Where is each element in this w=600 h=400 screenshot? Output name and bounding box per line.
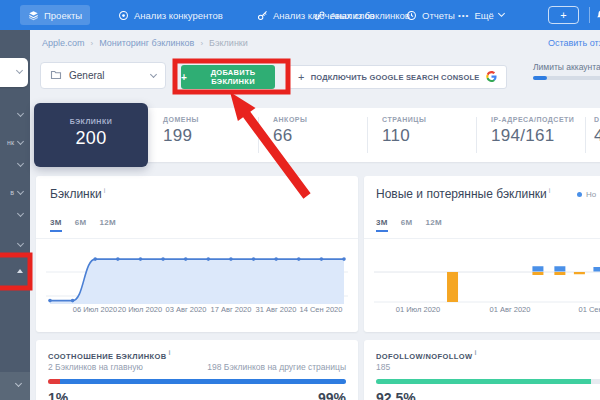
sidebar-item-expanded[interactable] [17, 269, 23, 273]
gsc-label: ПОДКЛЮЧИТЬ GOOGLE SEARCH CONSOLE [311, 73, 480, 82]
nav-item-label: Отчеты [422, 10, 455, 21]
nav-item-projects[interactable]: Проекты [20, 5, 90, 25]
ratio-right-pct: 99% [318, 390, 346, 400]
tab-12m[interactable]: 12M [425, 218, 441, 227]
nav-item-competitors[interactable]: Анализ конкурентов [110, 5, 231, 25]
x-tick: 01 Июл 2020 [396, 305, 440, 314]
account-limits-bar[interactable] [533, 76, 600, 80]
add-backlinks-button[interactable]: + ДОБАВИТЬ БЭКЛИНКИ [181, 65, 275, 89]
divider [476, 117, 477, 153]
tab-3m[interactable]: 3M [50, 218, 62, 227]
x-tick: 20 Июл 2020 [118, 305, 162, 314]
folder-select-value: General [69, 70, 105, 81]
add-backlinks-label: ДОБАВИТЬ БЭКЛИНКИ [191, 68, 275, 86]
divider [589, 7, 590, 23]
x-tick: 03 Авг 2020 [166, 305, 207, 314]
add-project-button[interactable]: + [548, 6, 579, 24]
card-title: Бэклинкиi [50, 187, 105, 201]
stat-card-anchors[interactable]: АНКОРЫ 66 [273, 116, 307, 146]
sidebar-item[interactable]: в [10, 189, 23, 196]
ratio-left-pct: 1% [48, 390, 68, 400]
x-tick: 31 Авг 2020 [256, 305, 297, 314]
more-label: Ещё [474, 10, 493, 21]
chevron-down-icon [17, 160, 24, 167]
sidebar-item[interactable]: нк [7, 139, 23, 146]
stat-card-pages[interactable]: СТРАНИЦЫ 110 [382, 116, 426, 146]
chevron-down-icon [17, 110, 24, 117]
card-title: Новые и потерянные бэклинкиi [376, 187, 550, 201]
dofollow-count: 185 [376, 362, 390, 372]
breadcrumb-section[interactable]: Мониторинг бэклинков [99, 38, 194, 48]
tab-6m[interactable]: 6M [75, 218, 87, 227]
sidebar: нк в [0, 30, 30, 400]
nav-item-reports[interactable]: Отчеты [398, 5, 463, 25]
ratio-left-label: 2 Бэклинков на главную [48, 362, 143, 372]
period-tabs: 3M 6M 12M [50, 218, 116, 227]
chevron-down-icon [17, 240, 24, 247]
folder-select[interactable]: General [40, 62, 166, 89]
divider [364, 238, 600, 239]
chevron-down-icon [15, 380, 22, 387]
legend-dot-new [577, 192, 582, 197]
x-tick: 06 Июл 2020 [73, 305, 117, 314]
stat-card-backlinks[interactable]: БЭКЛИНКИ 200 [34, 103, 148, 167]
reports-icon [406, 10, 417, 21]
stat-card-partial[interactable]: D 4 [594, 116, 600, 146]
sidebar-item[interactable] [14, 244, 23, 246]
divider [258, 117, 259, 153]
chevron-down-icon [17, 210, 24, 217]
breadcrumb-project[interactable]: Apple.com [42, 38, 85, 48]
info-icon[interactable]: i [169, 349, 171, 356]
period-tabs: 3M 6M 12M [376, 218, 442, 227]
dofollow-bar-fill [376, 379, 591, 384]
backlinks-chart-card: Бэклинкиi 3M 6M 12M 06 Июл 2020 20 Июл 2… [36, 176, 358, 332]
info-icon[interactable]: i [474, 349, 476, 356]
sidebar-project-select[interactable] [0, 58, 28, 87]
card-title: СООТНОШЕНИЕ БЭКЛИНКОВi [48, 349, 171, 361]
tab-3m[interactable]: 3M [376, 218, 388, 227]
dofollow-pct: 92.5% [376, 390, 416, 400]
account-limits-fill [533, 76, 547, 80]
breadcrumb-separator: › [91, 39, 94, 48]
info-icon[interactable]: i [104, 187, 106, 194]
top-navbar: Проекты Анализ конкурентов Анализ ключев… [0, 0, 600, 30]
stat-card-ip[interactable]: IP-АДРЕСА/ПОДСЕТИ 194/161 [491, 116, 574, 146]
sidebar-item[interactable] [14, 114, 23, 116]
ratio-bar-homepage [48, 379, 60, 384]
x-tick: 17 Авг 2020 [211, 305, 252, 314]
sidebar-collapse[interactable] [0, 372, 30, 400]
nav-item-label: Анализ конкурентов [134, 10, 223, 21]
more-dots-icon: ••• [458, 11, 469, 20]
x-tick: 14 Сен 2020 [300, 305, 343, 314]
new-lost-chart-card: Новые и потерянные бэклинкиi Но 3M 6M 12… [364, 176, 600, 332]
chevron-down-icon [498, 10, 505, 17]
new-lost-bar-chart[interactable] [372, 246, 600, 308]
divider [367, 117, 368, 153]
info-icon[interactable]: i [549, 187, 551, 194]
sidebar-item[interactable] [14, 164, 23, 166]
chevron-down-icon [17, 187, 24, 194]
sidebar-item[interactable] [14, 214, 23, 216]
nav-item-more[interactable]: ••• Ещё [458, 5, 504, 25]
competitors-icon [118, 10, 129, 21]
nav-item-label: Проекты [44, 10, 82, 21]
keywords-icon [257, 10, 268, 21]
feedback-link[interactable]: Оставить отз [548, 38, 600, 48]
stat-card-domains[interactable]: ДОМЕНЫ 199 [163, 116, 199, 146]
x-tick: 01 Авг 2020 [490, 305, 531, 314]
account-limits-label: Лимиты аккаунта [533, 62, 600, 72]
plus-icon: + [181, 72, 187, 83]
dofollow-bar [376, 379, 600, 384]
dofollow-card: DOFOLLOW/NOFOLLOWi 185 92.5% [364, 340, 600, 400]
chevron-down-icon [17, 137, 24, 144]
plus-icon: + [298, 71, 305, 83]
bell-icon[interactable] [595, 7, 600, 25]
ratio-bar-other [60, 379, 346, 384]
connect-gsc-button[interactable]: + ПОДКЛЮЧИТЬ GOOGLE SEARCH CONSOLE [288, 65, 507, 89]
tab-6m[interactable]: 6M [401, 218, 413, 227]
divider [585, 117, 586, 153]
tab-12m[interactable]: 12M [99, 218, 115, 227]
google-icon [486, 71, 497, 84]
x-tick: 01 Сен 2020 [579, 305, 600, 314]
backlinks-area-chart[interactable] [44, 246, 350, 308]
